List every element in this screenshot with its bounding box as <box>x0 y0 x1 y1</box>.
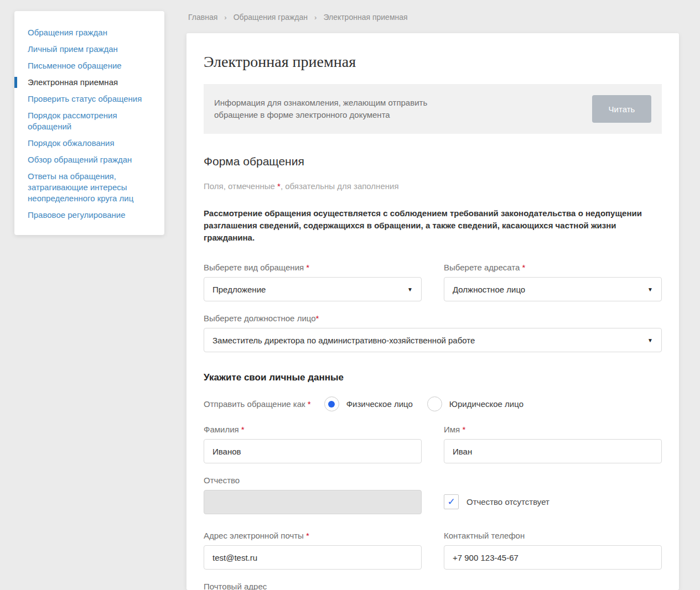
required-fields-note: Поля, отмеченные *, обязательны для запо… <box>204 181 662 191</box>
appeal-type-select[interactable]: Предложение ▼ <box>204 277 422 301</box>
sidebar-item-electronic-reception[interactable]: Электронная приемная <box>14 77 164 88</box>
no-middle-name-checkbox[interactable]: ✓ Отчество отсутствует <box>444 489 662 514</box>
breadcrumb-citizens-appeals[interactable]: Обращения граждан <box>234 13 308 22</box>
chevron-down-icon: ▼ <box>647 337 653 343</box>
checkbox-checked-icon: ✓ <box>444 494 459 509</box>
personal-data-heading: Укажите свои личные данные <box>204 372 662 383</box>
send-as-label: Отправить обращение как * <box>204 399 311 409</box>
middle-name-input <box>204 490 422 514</box>
addressee-select[interactable]: Должностное лицо ▼ <box>444 277 662 301</box>
last-name-input[interactable] <box>204 439 422 463</box>
radio-selected-icon <box>324 396 339 411</box>
radio-individual[interactable]: Физическое лицо <box>324 396 413 411</box>
sidebar-item-appeals[interactable]: Обращения граждан <box>14 27 164 38</box>
privacy-notice: Рассмотрение обращения осуществляется с … <box>204 207 652 244</box>
send-as-radio-group: Отправить обращение как * Физическое лиц… <box>204 396 662 411</box>
official-selected-value: Заместитель директора по административно… <box>212 336 475 345</box>
sidebar-item-legal-regulation[interactable]: Правовое регулирование <box>14 210 164 221</box>
sidebar-item-answers-public-interest[interactable]: Ответы на обращения, затрагивающие интер… <box>14 171 164 204</box>
page-title: Электронная приемная <box>204 53 662 71</box>
first-name-label: Имя * <box>444 425 662 434</box>
breadcrumb-home[interactable]: Главная <box>188 13 217 22</box>
addressee-label: Выберете адресата * <box>444 263 662 272</box>
breadcrumb-separator-icon: › <box>224 13 226 22</box>
official-select[interactable]: Заместитель директора по административно… <box>204 328 662 352</box>
required-asterisk: * <box>316 314 319 323</box>
chevron-down-icon: ▼ <box>407 286 413 293</box>
middle-name-label: Отчество <box>204 476 422 485</box>
phone-input[interactable] <box>444 545 662 570</box>
addressee-selected-value: Должностное лицо <box>453 285 525 294</box>
form-heading: Форма обращения <box>204 155 662 168</box>
check-icon: ✓ <box>447 497 455 507</box>
sidebar-item-check-status[interactable]: Проверить статус обращения <box>14 93 164 105</box>
first-name-input[interactable] <box>444 439 662 463</box>
appeal-type-label: Выберете вид обращения * <box>204 263 422 272</box>
last-name-label: Фамилия * <box>204 425 422 434</box>
chevron-down-icon: ▼ <box>647 286 653 293</box>
appeal-type-selected-value: Предложение <box>212 285 266 294</box>
breadcrumb: Главная › Обращения граждан › Электронна… <box>188 13 408 22</box>
sidebar-nav: Обращения граждан Личный прием граждан П… <box>14 11 164 235</box>
read-button[interactable]: Читать <box>592 95 651 123</box>
email-label: Адрес электронной почты * <box>204 531 422 540</box>
required-asterisk: * <box>462 425 465 434</box>
sidebar-item-written-appeal[interactable]: Письменное обращение <box>14 60 164 71</box>
sidebar-item-review-procedure[interactable]: Порядок рассмотрения обращений <box>14 110 164 132</box>
info-banner-text: Информация для ознакомления, желающим от… <box>214 97 447 121</box>
phone-label: Контактный телефон <box>444 531 662 540</box>
sidebar-item-appeal-procedure[interactable]: Порядок обжалования <box>14 138 164 149</box>
radio-unselected-icon <box>427 396 442 411</box>
required-asterisk: * <box>306 263 309 272</box>
sidebar-item-personal-reception[interactable]: Личный прием граждан <box>14 44 164 55</box>
official-label: Выберете должностное лицо* <box>204 314 662 323</box>
sidebar-item-appeals-overview[interactable]: Обзор обращений граждан <box>14 154 164 165</box>
radio-legal-entity[interactable]: Юридическое лицо <box>427 396 523 411</box>
required-asterisk: * <box>306 531 309 540</box>
breadcrumb-current-page: Электронная приемная <box>323 13 407 22</box>
main-content-card: Электронная приемная Информация для озна… <box>186 33 679 590</box>
email-input[interactable] <box>204 545 422 570</box>
required-asterisk: * <box>241 425 245 434</box>
postal-address-label: Почтовый адрес <box>204 582 422 590</box>
required-asterisk: * <box>522 263 525 272</box>
breadcrumb-separator-icon: › <box>314 13 317 22</box>
info-banner: Информация для ознакомления, желающим от… <box>204 84 662 134</box>
